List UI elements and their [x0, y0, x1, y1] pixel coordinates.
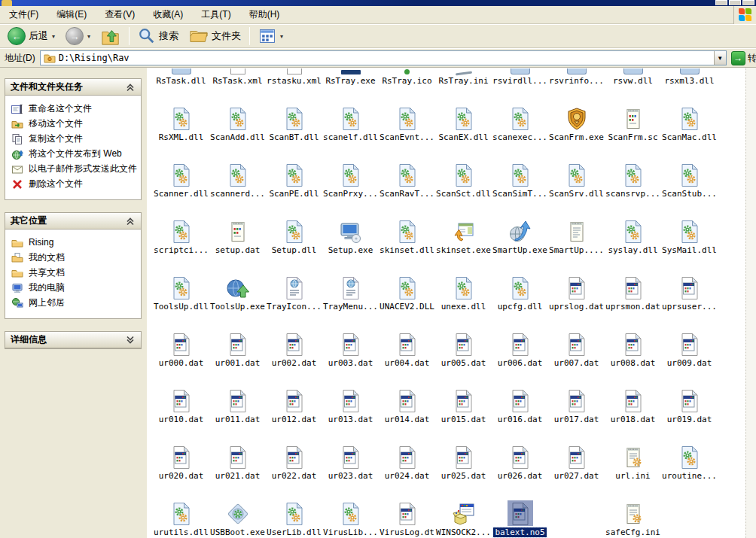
file-item[interactable]: skinset.dll	[379, 217, 435, 273]
file-item[interactable]: Setup.dll	[266, 217, 322, 273]
file-item[interactable]: ur002.dat	[266, 330, 322, 386]
file-item[interactable]: RsTray.exe	[322, 68, 379, 104]
file-item[interactable]: RsTask.dll	[153, 68, 209, 104]
back-button[interactable]: ← 后退 ▾	[3, 26, 59, 47]
file-item[interactable]: ur000.dat	[153, 330, 209, 386]
file-item[interactable]: RsXML.dll	[153, 104, 209, 160]
menu-item-1[interactable]: 编辑(E)	[47, 6, 96, 23]
file-item[interactable]: ur010.dat	[153, 386, 209, 442]
maximize-button[interactable]	[729, 0, 741, 5]
places-item-2[interactable]: 共享文档	[11, 266, 138, 281]
address-field[interactable]: ▼	[40, 50, 727, 65]
file-item[interactable]: uroutine...	[661, 442, 718, 499]
file-item[interactable]: SysMail.dll	[661, 217, 718, 273]
file-item[interactable]: rsvw.dll	[605, 68, 661, 104]
file-item[interactable]: ToolsUp.dll	[153, 273, 209, 330]
file-item[interactable]: ur001.dat	[209, 330, 266, 386]
file-item[interactable]: url.ini	[605, 442, 661, 499]
file-item[interactable]: ur023.dat	[322, 442, 379, 499]
address-input[interactable]	[59, 52, 714, 64]
file-item[interactable]: ToolsUp.exe	[209, 273, 266, 330]
file-item[interactable]: USBBoot.exe	[209, 499, 266, 538]
file-item[interactable]: rsvrinfo...	[548, 68, 605, 104]
file-item[interactable]: balext.no5	[492, 499, 548, 538]
file-item[interactable]: ScanSct.dll	[435, 160, 492, 217]
panel-other-places-header[interactable]: 其它位置	[5, 213, 141, 229]
panel-file-tasks-header[interactable]: 文件和文件夹任务	[5, 79, 141, 96]
window-controls[interactable]	[715, 0, 754, 5]
file-item[interactable]: SmartUp.exe	[492, 217, 548, 273]
forward-button[interactable]: → ▾	[61, 26, 95, 47]
file-item[interactable]: ScanMac.dll	[661, 104, 718, 160]
file-item[interactable]: ur003.dat	[322, 330, 379, 386]
views-button[interactable]: ▾	[254, 26, 288, 47]
chevron-up-icon[interactable]	[125, 216, 136, 226]
tasks-item-5[interactable]: 删除这个文件	[11, 177, 138, 192]
file-item[interactable]: unexe.dll	[435, 273, 492, 330]
file-item[interactable]: ur013.dat	[322, 386, 379, 442]
file-item[interactable]: UserLib.dll	[266, 499, 322, 538]
file-item[interactable]: scansrvp...	[605, 160, 661, 217]
menu-item-0[interactable]: 文件(F)	[0, 6, 47, 23]
file-item[interactable]: ur015.dat	[435, 386, 492, 442]
tasks-item-1[interactable]: 移动这个文件	[11, 117, 138, 132]
file-item[interactable]: ur007.dat	[548, 330, 605, 386]
file-item[interactable]: TrayIcon...	[266, 273, 322, 330]
file-item[interactable]: scanexec...	[492, 104, 548, 160]
file-item[interactable]: ur006.dat	[492, 330, 548, 386]
file-item[interactable]: ScanAdd.dll	[209, 104, 266, 160]
places-item-1[interactable]: 我的文档	[11, 251, 138, 266]
folders-button[interactable]: 文件夹	[184, 26, 245, 47]
menu-item-2[interactable]: 查看(V)	[96, 6, 144, 23]
menu-item-3[interactable]: 收藏(A)	[144, 6, 192, 23]
file-item[interactable]: ur012.dat	[266, 386, 322, 442]
file-item[interactable]: rsvirdll...	[492, 68, 548, 104]
file-item[interactable]: RsTray.ini	[435, 68, 492, 104]
places-item-3[interactable]: 我的电脑	[11, 281, 138, 296]
file-item[interactable]: safeCfg.ini	[605, 499, 661, 538]
file-item[interactable]: ScanEvnt...	[379, 104, 435, 160]
file-item[interactable]: ur011.dat	[209, 386, 266, 442]
file-item[interactable]: rsxml3.dll	[661, 68, 718, 104]
tasks-item-2[interactable]: 复制这个文件	[11, 132, 138, 147]
file-item[interactable]: ScanFrm.sc	[605, 104, 661, 160]
file-item[interactable]: ScanFrm.exe	[548, 104, 605, 160]
address-dropdown-icon[interactable]: ▼	[714, 51, 726, 65]
tasks-item-0[interactable]: 重命名这个文件	[11, 102, 138, 117]
tasks-item-3[interactable]: 将这个文件发布到 Web	[11, 147, 138, 162]
file-item[interactable]: ScanBT.dll	[266, 104, 322, 160]
file-item[interactable]: ScanRavT...	[379, 160, 435, 217]
file-item[interactable]: Setup.exe	[322, 217, 379, 273]
file-item[interactable]: ur025.dat	[435, 442, 492, 499]
file-item[interactable]: ur026.dat	[492, 442, 548, 499]
file-item[interactable]: ur017.dat	[548, 386, 605, 442]
file-item[interactable]: uprsuser...	[661, 273, 718, 330]
tasks-item-4[interactable]: 以电子邮件形式发送此文件	[11, 162, 138, 177]
chevron-up-icon[interactable]	[125, 82, 136, 93]
file-item[interactable]: RsTray.ico	[379, 68, 435, 104]
file-item[interactable]: SmartUp....	[548, 217, 605, 273]
places-item-4[interactable]: 网上邻居	[11, 296, 138, 311]
file-item[interactable]: upcfg.dll	[492, 273, 548, 330]
file-item[interactable]: scriptci...	[153, 217, 209, 273]
file-item[interactable]: ur018.dat	[605, 386, 661, 442]
forward-dropdown-icon[interactable]: ▾	[87, 33, 90, 40]
file-item[interactable]: Scanner.dll	[153, 160, 209, 217]
file-item[interactable]: ScanPrxy...	[322, 160, 379, 217]
file-item[interactable]: ur022.dat	[266, 442, 322, 499]
file-item[interactable]: ur019.dat	[661, 386, 718, 442]
file-item[interactable]: ur027.dat	[548, 442, 605, 499]
file-item[interactable]: ur008.dat	[605, 330, 661, 386]
file-item[interactable]: VirusLog.dt	[379, 499, 435, 538]
panel-details-header[interactable]: 详细信息	[5, 332, 141, 348]
vertical-scrollbar[interactable]	[745, 68, 756, 538]
back-dropdown-icon[interactable]: ▾	[52, 33, 55, 40]
file-item[interactable]: ScanStub...	[661, 160, 718, 217]
file-item[interactable]: skinset.exe	[435, 217, 492, 273]
file-item[interactable]: uprsmon.dat	[605, 273, 661, 330]
close-button[interactable]	[742, 0, 754, 5]
file-item[interactable]: uprslog.dat	[548, 273, 605, 330]
file-item[interactable]: ScanSimT...	[492, 160, 548, 217]
file-item[interactable]: ur020.dat	[153, 442, 209, 499]
search-button[interactable]: 搜索	[133, 26, 183, 47]
